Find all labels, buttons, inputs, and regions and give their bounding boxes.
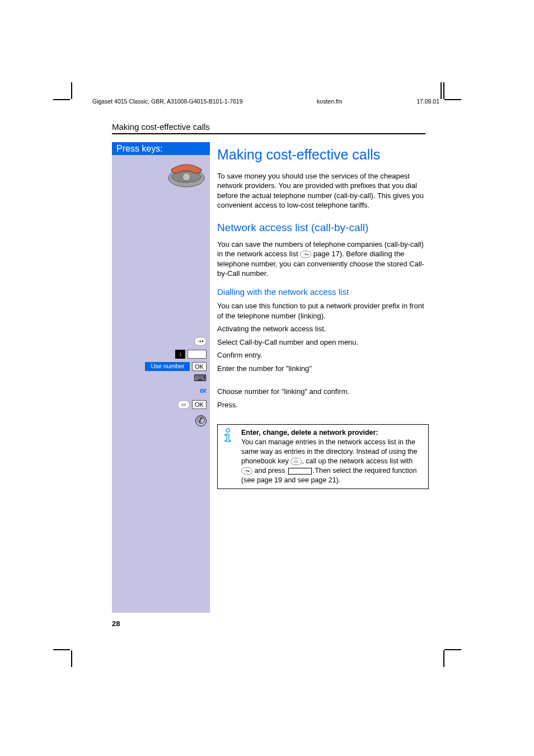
spacer: [217, 377, 429, 387]
keypad-icon: ⌨: [194, 373, 207, 383]
crop-mark: [443, 650, 444, 667]
ok-soft-icon: OK: [192, 362, 207, 371]
intro-paragraph: To save money you should use the service…: [217, 171, 429, 210]
step-1-text: Activating the network access list.: [217, 324, 429, 334]
phonebook-key-icon-inline: ▭: [291, 458, 302, 465]
crop-mark: [444, 649, 461, 650]
talk-key-icon: ✆: [195, 415, 207, 426]
header-meta: Gigaset 4015 Classic, GBR, A31008-G4015-…: [92, 98, 439, 105]
step-5-text: Choose number for "linking" and confirm.: [217, 387, 429, 397]
crop-mark: [53, 649, 70, 650]
info-title: Enter, change, delete a network provider…: [241, 429, 378, 436]
info-content: Enter, change, delete a network provider…: [241, 428, 424, 485]
svg-point-2: [182, 173, 190, 181]
blank-softkey-icon: [288, 468, 312, 475]
main-content: Making cost-effective calls To save mone…: [217, 142, 429, 489]
net-intro: You can save the numbers of telephone co…: [217, 240, 429, 279]
info-body-b: , call up the network access list with: [302, 457, 413, 465]
dial-intro: You can use this function to put a netwo…: [217, 301, 429, 321]
or-label: or: [200, 387, 207, 395]
net-list-key-icon: ⇢•: [194, 337, 207, 346]
net-list-key-icon-inline: ⇢•: [300, 251, 311, 258]
meta-date: 17.09.01: [416, 98, 439, 105]
crop-mark: [71, 650, 72, 667]
page-number: 28: [112, 619, 120, 628]
svg-point-3: [226, 429, 229, 432]
ctrl-row-2: ↓: [112, 349, 210, 359]
info-body-c: and press: [252, 467, 287, 475]
ctrl-row-1: ⇢•: [112, 336, 210, 346]
net-list-key-icon-inline2: ⇢•: [241, 467, 252, 475]
info-box: Enter, change, delete a network provider…: [217, 424, 429, 489]
phone-illustration: [167, 158, 206, 189]
down-soft-icon: ↓: [175, 350, 185, 359]
crop-mark: [444, 99, 461, 100]
page-title: Making cost-effective calls: [217, 145, 429, 165]
ctrl-row-3: Use number OK: [112, 361, 210, 371]
ctrl-row-or: or: [112, 386, 210, 395]
info-icon: [221, 428, 235, 444]
phonebook-key-icon: ▭: [177, 400, 190, 409]
crop-mark: [71, 82, 72, 99]
step-6-text: Press.: [217, 400, 429, 410]
step-2-text: Select Call-by-Call number and open menu…: [217, 337, 429, 348]
ctrl-row-6: ✆: [112, 415, 210, 426]
press-keys-bar: Press keys:: [112, 142, 210, 156]
ctrl-row-4: ⌨: [112, 373, 210, 383]
step-3-text: Confirm entry.: [217, 350, 429, 360]
crop-mark: [443, 82, 444, 99]
meta-file: kosten.fm: [317, 98, 343, 105]
use-number-soft-icon: Use number: [145, 362, 190, 371]
crop-mark: [53, 99, 70, 100]
section-heading: Network access list (call-by-call): [217, 220, 429, 235]
subsection-heading: Dialling with the network access list: [217, 287, 429, 298]
crop-mark: [441, 82, 442, 99]
ctrl-row-5: ▭ OK: [112, 400, 210, 409]
step-4-text: Enter the number for "linking": [217, 364, 429, 374]
meta-product: Gigaset 4015 Classic, GBR, A31008-G4015-…: [92, 98, 243, 105]
blank-soft-icon: [188, 350, 207, 359]
ok-soft-icon-2: OK: [192, 400, 207, 409]
divider: [112, 133, 425, 134]
running-head: Making cost-effective calls: [112, 122, 210, 132]
sidebar: [112, 155, 210, 613]
